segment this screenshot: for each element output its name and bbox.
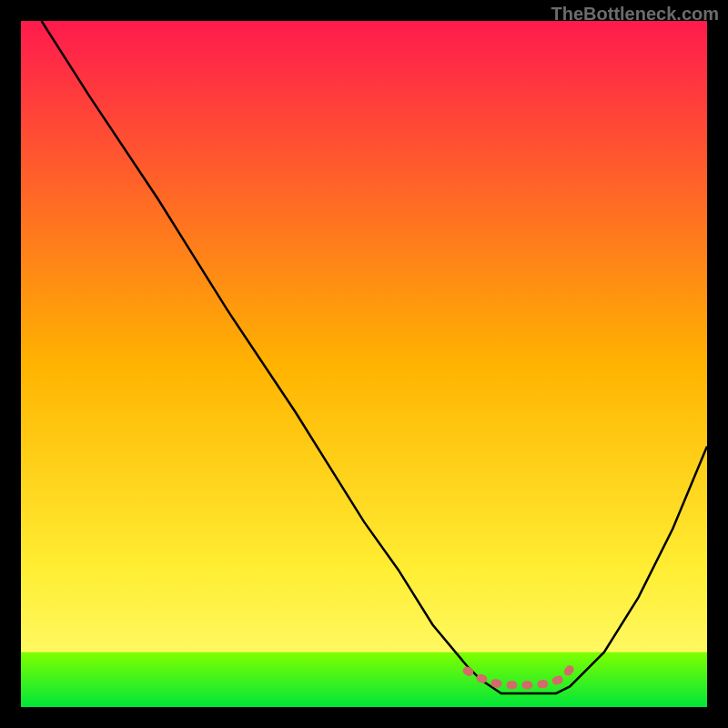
gradient-background <box>21 21 707 707</box>
chart-container: TheBottleneck.com <box>0 0 728 728</box>
chart-svg <box>21 21 707 707</box>
watermark-text: TheBottleneck.com <box>551 4 719 25</box>
green-band <box>21 652 707 707</box>
plot-area <box>21 21 707 707</box>
